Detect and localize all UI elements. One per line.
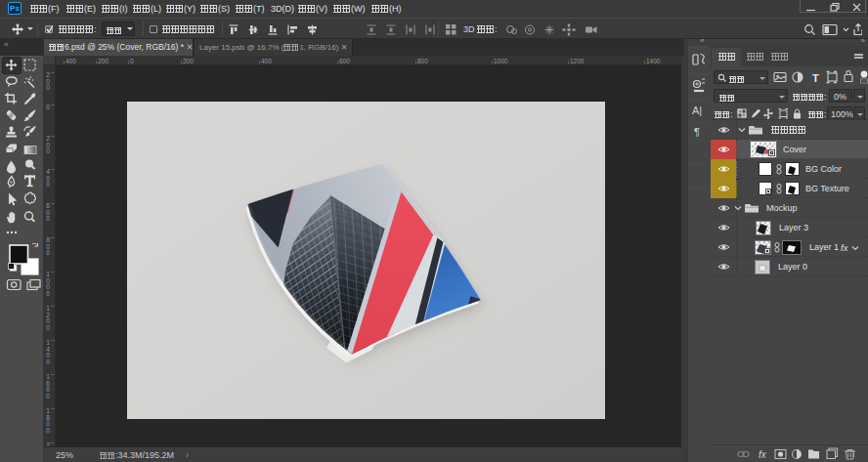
svg-text:fx: fx: [759, 449, 767, 460]
svg-text:¶: ¶: [694, 126, 700, 138]
svg-text:T: T: [812, 72, 819, 84]
svg-text:A|: A|: [692, 105, 702, 116]
